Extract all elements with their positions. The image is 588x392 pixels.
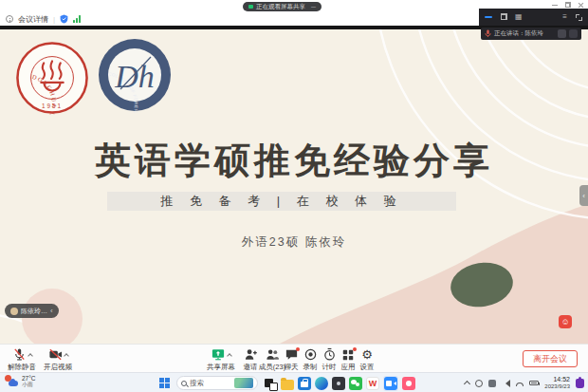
wps-office-icon[interactable]: W xyxy=(366,377,379,390)
collapse-left-icon: ‹ xyxy=(50,308,53,315)
settings-gear-icon: ⚙ xyxy=(361,348,373,361)
clock-date: 2023/9/23 xyxy=(544,383,570,390)
member-list-icon[interactable]: ≡ xyxy=(562,13,567,21)
wechat-icon[interactable] xyxy=(349,377,362,390)
start-button[interactable] xyxy=(159,378,170,388)
windows-logo-icon xyxy=(159,378,164,383)
sharer-name: 陈依玲… xyxy=(21,307,47,316)
screen-share-banner-text: 正在观看屏幕共享 xyxy=(256,3,305,11)
search-placeholder: 搜索 xyxy=(190,379,231,388)
sharer-name-pill[interactable]: 陈依玲… ‹ xyxy=(5,304,59,318)
smiley-icon: ☺ xyxy=(560,317,569,327)
start-video-button[interactable]: 开启视频 xyxy=(40,347,76,372)
taskbar-search[interactable]: 搜索 xyxy=(176,376,258,390)
camera-off-icon xyxy=(48,347,63,362)
divider: | xyxy=(53,15,55,24)
slide-subtitle-band: 推 免 备 考 | 在 校 体 验 xyxy=(107,192,456,211)
network-signal-icon xyxy=(73,15,81,23)
leave-meeting-button[interactable]: 离开会议 xyxy=(523,350,578,367)
svg-text:Dh: Dh xyxy=(114,59,155,94)
slide-title: 英语学硕推免经验分享 xyxy=(0,137,588,185)
settings-button[interactable]: ⚙ 设置 xyxy=(354,347,380,372)
search-highlight-image[interactable] xyxy=(234,378,253,388)
app-icon-dark[interactable] xyxy=(332,377,345,390)
active-speaker-text: 正在讲话：陈依玲 xyxy=(494,29,555,38)
weather-widget[interactable]: 27°C 小雨 xyxy=(5,375,36,388)
panel-header: ▦ ≡ xyxy=(479,9,588,26)
layout-grid-icon[interactable]: ▦ xyxy=(515,13,523,21)
mic-options-caret[interactable] xyxy=(28,353,33,359)
slide-author: 外语23硕 陈依玲 xyxy=(0,234,588,251)
participant-avatar xyxy=(558,29,566,38)
battery-icon[interactable] xyxy=(529,381,539,385)
video-options-caret[interactable] xyxy=(64,353,69,359)
screen-share-banner[interactable]: 正在观看屏幕共享 ─ xyxy=(243,2,322,11)
tencent-meeting-icon[interactable] xyxy=(384,377,397,390)
task-view-icon[interactable] xyxy=(264,377,277,390)
search-icon xyxy=(181,381,187,386)
window-controls xyxy=(552,2,583,8)
unmute-button[interactable]: 解除静音 xyxy=(4,347,40,372)
slide-subtitle: 推 免 备 考 | 在 校 体 验 xyxy=(160,193,402,210)
participant-avatar xyxy=(569,29,578,38)
windows-taskbar: 27°C 小雨 搜索 W xyxy=(0,372,588,392)
taskbar-clock[interactable]: 14:52 2023/9/23 xyxy=(544,376,570,390)
network-wifi-icon[interactable] xyxy=(516,383,524,386)
app-icon-pink[interactable] xyxy=(402,377,415,390)
weather-temp: 27°C xyxy=(22,375,36,382)
notification-bell-icon[interactable] xyxy=(576,379,584,388)
panel-collapse-tab[interactable]: ‹ xyxy=(579,185,588,206)
meeting-window: DONGHUA UNIVERSITY 1951 COLLEGE OF FOREI… xyxy=(0,0,588,392)
system-tray: 14:52 2023/9/23 xyxy=(465,375,584,391)
svg-text:1951: 1951 xyxy=(42,103,63,109)
donghua-university-seal-logo: DONGHUA UNIVERSITY 1951 xyxy=(15,41,89,115)
microsoft-store-icon[interactable] xyxy=(298,377,311,390)
panel-minimize-icon[interactable] xyxy=(485,16,492,18)
meeting-toolbar: 解除静音 开启视频 xyxy=(0,344,588,372)
restore-icon[interactable] xyxy=(565,3,570,8)
banner-collapse-icon[interactable]: ─ xyxy=(311,4,316,10)
active-speaker-bar: 正在讲话：陈依玲 xyxy=(481,28,581,40)
chevron-left-icon: ‹ xyxy=(582,192,585,200)
shared-screen-slide: DONGHUA UNIVERSITY 1951 COLLEGE OF FOREI… xyxy=(0,29,588,344)
share-screen-button[interactable]: 共享屏幕 xyxy=(202,347,240,372)
clock-time: 14:52 xyxy=(553,376,570,383)
foreign-languages-college-logo: COLLEGE OF FOREIGN LANGUAGES · DONGHUA U… xyxy=(97,37,173,113)
share-options-caret[interactable] xyxy=(227,353,232,359)
fullscreen-icon[interactable] xyxy=(576,14,582,21)
share-screen-icon xyxy=(211,347,226,362)
minimize-icon[interactable] xyxy=(552,5,558,6)
tray-icon-1[interactable] xyxy=(475,380,483,387)
sharer-avatar xyxy=(10,308,18,315)
edge-browser-icon[interactable] xyxy=(315,377,328,390)
meeting-details-link[interactable]: 会议详情 xyxy=(18,14,48,25)
active-app-highlight xyxy=(383,376,398,391)
volume-icon[interactable] xyxy=(502,380,510,387)
screen-share-icon xyxy=(248,5,253,9)
speaker-mic-icon xyxy=(485,29,491,38)
info-icon[interactable] xyxy=(6,15,13,23)
taskbar-app-icons: W xyxy=(264,376,415,391)
weather-desc: 小雨 xyxy=(22,382,36,388)
panel-restore-icon[interactable] xyxy=(501,14,506,20)
mic-muted-icon xyxy=(12,347,27,362)
tray-icon-2[interactable] xyxy=(488,380,496,387)
tray-expand-caret[interactable] xyxy=(464,381,470,387)
reaction-emoji-button[interactable]: ☺ xyxy=(559,315,572,328)
weather-icon xyxy=(5,375,18,387)
shield-icon xyxy=(60,14,68,24)
file-explorer-icon[interactable] xyxy=(281,380,294,390)
close-icon[interactable] xyxy=(578,2,583,8)
